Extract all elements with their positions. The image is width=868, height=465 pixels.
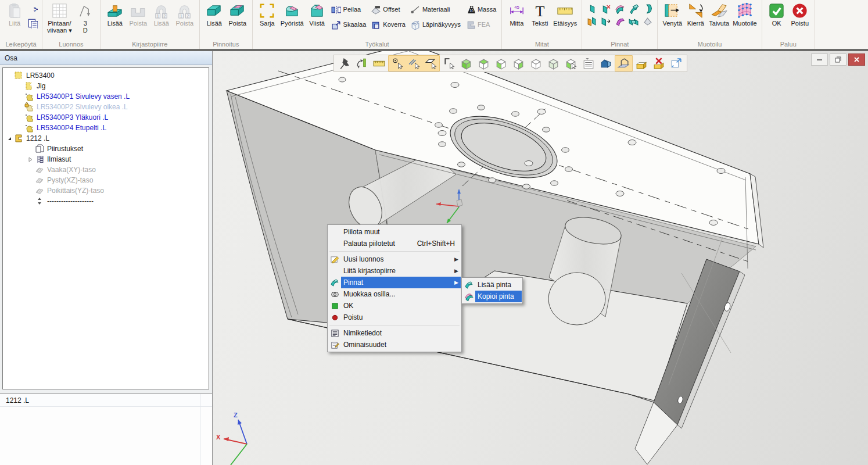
box-open-button[interactable]: [633, 56, 650, 71]
cut-button[interactable]: ✂: [27, 3, 38, 14]
cube-shaded-icon: [460, 57, 473, 70]
snap-line-button[interactable]: [406, 56, 422, 71]
viewport-3d[interactable]: Z X Piilota muutPalauta piilotetutCtrl+S…: [213, 51, 868, 465]
menu-item-kopioi-pinta[interactable]: Kopioi pinta: [462, 291, 522, 302]
cube-shaded-button[interactable]: [458, 56, 475, 71]
tree-item-lr53400p3-yl-kuori-l[interactable]: LR53400P3 Yläkuori .L: [3, 112, 209, 123]
tree-item-pysty-xz-taso[interactable]: Pysty(XZ)-taso: [3, 175, 209, 185]
surf2-button[interactable]: [601, 4, 611, 14]
list-view-button[interactable]: [580, 56, 597, 71]
restore-button[interactable]: [830, 53, 847, 66]
menu-item-palauta-piilotetut[interactable]: Palauta piilotetutCtrl+Shift+H: [328, 238, 461, 249]
tree-item-lr53400p2-sivulevy-oikea-l[interactable]: LR53400P2 Sivulevy oikea .L: [3, 102, 209, 112]
cube-left-button[interactable]: [493, 56, 510, 71]
cube-top-button[interactable]: [475, 56, 492, 71]
ribbon-button-py-rist-[interactable]: Pyöristä: [279, 1, 306, 28]
menu-item-lis-pinta[interactable]: Lisää pinta: [462, 279, 522, 291]
ribbon-button-sarja[interactable]: Sarja: [256, 1, 279, 28]
surf3-button[interactable]: [615, 4, 625, 14]
snap-point-button[interactable]: [389, 56, 406, 71]
export-button[interactable]: [668, 56, 685, 71]
ribbon-button-lis-[interactable]: Lisää: [203, 1, 226, 28]
tree-item-jig[interactable]: Jig: [3, 81, 209, 91]
menu-item-ominaisuudet[interactable]: Ominaisuudet: [328, 339, 461, 350]
cube-right-button[interactable]: [510, 56, 527, 71]
ribbon-button-mitta[interactable]: 45Mitta: [505, 1, 528, 28]
tree-item-piirustukset[interactable]: Piirustukset: [3, 144, 209, 154]
ribbon-button-3-d[interactable]: 3 D: [74, 1, 97, 35]
copy-button[interactable]: [27, 18, 38, 28]
surf5-button[interactable]: [643, 4, 652, 14]
ribbon-button-taivuta[interactable]: Taivuta: [707, 1, 731, 28]
menu-item-poistu[interactable]: Poistu: [328, 312, 461, 323]
menu-item-ok[interactable]: OK: [328, 300, 461, 312]
surf7-button[interactable]: [601, 16, 611, 26]
menu-item-uusi-luonnos[interactable]: Uusi luonnos▶: [328, 253, 461, 265]
tree-item-ilmiasut[interactable]: Ilmiasut: [3, 154, 209, 164]
ribbon-button-liit-[interactable]: Liitä: [3, 1, 26, 28]
ribbon-button-muotoile[interactable]: Muotoile: [731, 1, 759, 28]
cube-outline-button[interactable]: [528, 56, 544, 71]
ribbon-button-label: Materiaali: [422, 6, 450, 13]
ribbon-button-pintaan-viivaan-[interactable]: Pintaan/ viivaan ▾: [45, 1, 74, 35]
tree-item-vaaka-xy-taso[interactable]: Vaaka(XY)-taso: [3, 164, 209, 175]
tree-item-lr53400[interactable]: LR53400: [3, 70, 209, 81]
sketch-plane-button[interactable]: [615, 56, 632, 71]
ribbon-button-offset[interactable]: Offset: [371, 2, 406, 16]
ribbon-button-massa[interactable]: 10Massa: [465, 2, 496, 16]
box-delete-button[interactable]: [651, 56, 668, 71]
pin-button[interactable]: [336, 56, 353, 71]
ribbon-button-poista[interactable]: Poista: [127, 1, 150, 28]
ribbon-button-poista[interactable]: 12Poista: [173, 1, 196, 28]
ribbon-button-peilaa[interactable]: Peilaa: [331, 2, 367, 16]
ribbon-button-läpinäkyvyys[interactable]: Läpinäkyvyys: [410, 17, 461, 31]
rotate-view-button[interactable]: [353, 56, 370, 71]
menu-item-liit-kirjastopiirre[interactable]: Liitä kirjastopiirre▶: [328, 265, 461, 277]
ribbon-button-poista[interactable]: Poista: [226, 1, 249, 28]
tree-expander-icon[interactable]: [6, 135, 13, 142]
snap-edge-button[interactable]: [440, 56, 457, 71]
tree-item-poikittais-yz-taso[interactable]: Poikittais(YZ)-taso: [3, 185, 209, 196]
ribbon-button-lis-[interactable]: 12Lisää: [150, 1, 173, 28]
ribbon-group-label: Paluu: [765, 40, 812, 49]
model-tree[interactable]: LR53400JigLR53400P1 Sivulevy vasen .LLR5…: [2, 67, 209, 389]
tree-item--[interactable]: --------------------: [3, 196, 209, 206]
surf1-button[interactable]: [587, 4, 597, 14]
ribbon-button-ok[interactable]: OK: [765, 1, 788, 28]
extrude-button[interactable]: [597, 56, 614, 71]
minimize-button[interactable]: [811, 53, 828, 66]
part-list-item[interactable]: 1212 .L: [0, 394, 212, 407]
ribbon-button-koverra[interactable]: Koverra: [371, 17, 406, 31]
cube-select-button[interactable]: [562, 56, 579, 71]
ribbon-button-kierr-[interactable]: Kierrä: [684, 1, 707, 28]
surf10-button[interactable]: [643, 16, 652, 26]
ribbon-button-skaalaa[interactable]: Skaalaa: [331, 17, 367, 31]
menu-item-nimiketiedot[interactable]: Nimiketiedot: [328, 327, 461, 339]
tree-expander-icon[interactable]: [27, 156, 34, 163]
measure-button[interactable]: [371, 56, 388, 71]
surf9-button[interactable]: [629, 16, 639, 26]
tree-item-lr53400p4-etupelti-l[interactable]: LR53400P4 Etupelti .L: [3, 123, 209, 133]
tree-item-lr53400p1-sivulevy-vasen-l[interactable]: LR53400P1 Sivulevy vasen .L: [3, 91, 209, 102]
ribbon-button-fea[interactable]: FEA: [465, 17, 496, 31]
ribbon-button-et-isyys[interactable]: Etäisyys: [551, 1, 579, 28]
ribbon-button-poistu[interactable]: Poistu: [788, 1, 812, 28]
svg-text:1: 1: [157, 14, 159, 18]
surf8-button[interactable]: [615, 16, 625, 26]
ribbon-button-teksti[interactable]: TTeksti: [528, 1, 551, 28]
ribbon-button-viist-[interactable]: Viistä: [306, 1, 329, 28]
ribbon-button-materiaali[interactable]: Materiaali: [410, 2, 461, 16]
ribbon-button-venyt-[interactable]: Venytä: [661, 1, 684, 28]
model-canvas[interactable]: Z X: [213, 51, 868, 465]
surf6-button[interactable]: [587, 16, 597, 26]
cube-pale-button[interactable]: [545, 56, 562, 71]
snap-face-button[interactable]: [422, 56, 439, 71]
menu-item-muokkaa-osilla-[interactable]: Muokkaa osilla...: [328, 288, 461, 300]
close-button[interactable]: [848, 53, 865, 66]
tree-item-1212-l[interactable]: 1212 .L: [3, 133, 209, 144]
surf4-button[interactable]: [629, 4, 639, 14]
ribbon-button-lis-[interactable]: Lisää: [103, 1, 127, 28]
menu-item-pinnat[interactable]: Pinnat▶: [328, 277, 461, 288]
panel-splitter[interactable]: [0, 389, 212, 394]
menu-item-piilota-muut[interactable]: Piilota muut: [328, 226, 461, 238]
